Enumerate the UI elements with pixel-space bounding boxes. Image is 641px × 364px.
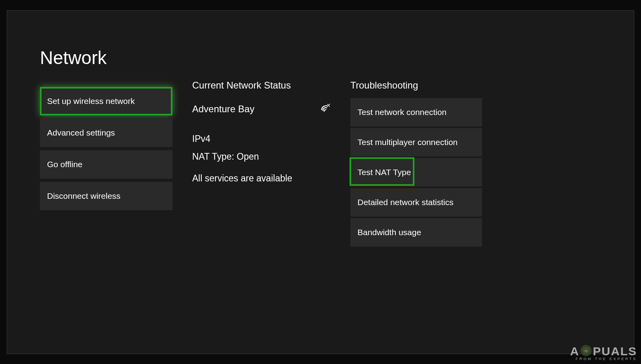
menu-item-label: Advanced settings	[47, 128, 115, 138]
watermark-brand: A PUALS	[570, 345, 637, 358]
go-offline-button[interactable]: Go offline	[40, 150, 172, 179]
watermark-logo-icon	[580, 345, 592, 356]
network-actions-column: Set up wireless network Advanced setting…	[40, 80, 172, 248]
menu-item-label: Test NAT Type	[357, 168, 411, 177]
current-network-row: Adventure Bay	[192, 98, 331, 120]
test-multiplayer-connection-button[interactable]: Test multiplayer connection	[350, 128, 482, 157]
wifi-icon	[320, 104, 331, 115]
advanced-settings-button[interactable]: Advanced settings	[40, 119, 172, 147]
network-status-column: Current Network Status Adventure Bay IPv…	[192, 80, 331, 248]
menu-item-label: Set up wireless network	[47, 96, 135, 106]
setup-wireless-button[interactable]: Set up wireless network	[40, 87, 172, 115]
status-services: All services are available	[192, 171, 331, 186]
disconnect-wireless-button[interactable]: Disconnect wireless	[40, 182, 172, 210]
status-heading: Current Network Status	[192, 80, 331, 91]
troubleshooting-heading: Troubleshooting	[350, 80, 482, 91]
menu-item-label: Detailed network statistics	[357, 198, 454, 207]
menu-item-label: Disconnect wireless	[47, 191, 121, 201]
menu-item-label: Bandwidth usage	[357, 228, 421, 237]
watermark-tagline: FROM THE EXPERTS	[570, 357, 637, 361]
status-ipv4: IPv4	[192, 131, 331, 147]
test-nat-type-button[interactable]: Test NAT Type	[350, 158, 482, 187]
status-nat-type: NAT Type: Open	[192, 149, 331, 164]
bandwidth-usage-button[interactable]: Bandwidth usage	[350, 218, 482, 247]
menu-item-label: Test network connection	[357, 108, 446, 117]
columns-container: Set up wireless network Advanced setting…	[40, 80, 482, 248]
network-name: Adventure Bay	[192, 104, 254, 115]
menu-item-label: Test multiplayer connection	[357, 138, 458, 147]
status-details: IPv4 NAT Type: Open All services are ava…	[192, 129, 331, 186]
troubleshooting-column: Troubleshooting Test network connection …	[350, 80, 482, 248]
page-title: Network	[40, 47, 107, 68]
test-network-connection-button[interactable]: Test network connection	[350, 98, 482, 126]
watermark: A PUALS FROM THE EXPERTS	[570, 345, 637, 361]
detailed-network-statistics-button[interactable]: Detailed network statistics	[350, 188, 482, 217]
network-settings-screen: Network Set up wireless network Advanced…	[7, 10, 634, 354]
menu-item-label: Go offline	[47, 160, 83, 169]
